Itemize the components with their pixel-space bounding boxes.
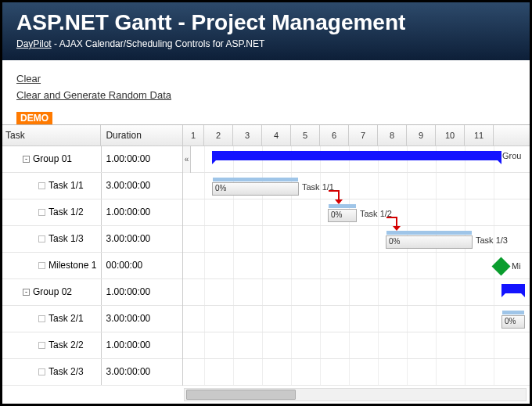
task-name-cell[interactable]: Milestone 1	[2, 253, 101, 278]
task-name-cell[interactable]: -Group 01	[2, 146, 101, 172]
scroll-left-chevron[interactable]: «	[183, 146, 191, 173]
task-name-label: Task 1/3	[49, 233, 84, 244]
task-name-label: Group 02	[33, 286, 72, 297]
task-row[interactable]: -Group 021.00:00:00	[2, 279, 182, 306]
task-name-cell[interactable]: Task 1/1	[2, 173, 101, 199]
bar-label: Grou	[502, 151, 521, 160]
day-header-8[interactable]: 8	[378, 125, 407, 146]
task-name-cell[interactable]: -Group 02	[2, 279, 101, 305]
task-row[interactable]: Task 1/21.00:00:00	[2, 199, 182, 226]
row-divider	[183, 305, 530, 306]
task-name-cell[interactable]: Task 1/3	[2, 226, 101, 252]
progress-cap	[213, 178, 298, 181]
row-divider	[183, 199, 530, 199]
clear-link[interactable]: Clear	[16, 71, 516, 88]
leaf-icon	[38, 182, 45, 189]
task-row[interactable]: Task 2/13.00:00:00	[2, 306, 182, 332]
progress-cap	[329, 204, 356, 208]
grid-line	[349, 146, 350, 386]
timeline-pane[interactable]: « Grou0%Task 1/10%Task 1/20%Task 1/3Mi0%	[183, 146, 530, 386]
action-links: Clear Clear and Generate Random Data	[2, 60, 530, 112]
collapse-icon[interactable]: -	[23, 289, 30, 296]
row-divider	[183, 358, 530, 359]
task-name-label: Task 2/2	[49, 340, 84, 350]
task-name-label: Task 1/1	[49, 180, 84, 191]
progress-cap	[502, 311, 524, 314]
grid-line	[465, 146, 466, 386]
gantt-chart: Task Duration 1234567891011 -Group 011.0…	[2, 124, 530, 386]
leaf-icon	[38, 262, 45, 269]
scrollbar-thumb[interactable]	[186, 390, 296, 400]
summary-bar[interactable]	[212, 151, 501, 160]
percent-label: 0%	[386, 236, 472, 246]
page-header: ASP.NET Gantt - Project Management DayPi…	[2, 2, 530, 60]
day-header-9[interactable]: 9	[407, 125, 436, 146]
row-divider	[183, 278, 530, 279]
daypilot-link[interactable]: DayPilot	[16, 38, 52, 49]
subtitle-text: - AJAX Calendar/Scheduling Controls for …	[52, 38, 265, 49]
task-row[interactable]: Task 1/33.00:00:00	[2, 226, 182, 253]
task-row[interactable]: Task 2/21.00:00:00	[2, 332, 182, 359]
horizontal-scrollbar[interactable]	[184, 388, 527, 401]
grid-line	[378, 146, 379, 386]
task-row[interactable]: Task 1/13.00:00:00	[2, 173, 182, 199]
gantt-body: -Group 011.00:00:00Task 1/13.00:00:00Tas…	[2, 146, 530, 386]
day-header-10[interactable]: 10	[436, 125, 465, 146]
task-name-label: Milestone 1	[49, 260, 96, 271]
percent-label: 0%	[329, 210, 356, 220]
col-header-duration[interactable]: Duration	[100, 125, 182, 146]
task-row[interactable]: Milestone 100:00:00	[2, 253, 182, 279]
dependency-link	[329, 190, 340, 204]
task-duration-cell: 1.00:00:00	[101, 199, 182, 225]
day-header-2[interactable]: 2	[204, 125, 233, 146]
dependency-link	[386, 217, 397, 231]
timeline-header: 1234567891011	[183, 125, 494, 146]
milestone-diamond[interactable]	[491, 257, 510, 275]
progress-cap	[386, 231, 472, 235]
col-header-task[interactable]: Task	[2, 125, 100, 146]
grid-line	[204, 146, 205, 386]
task-name-cell[interactable]: Task 2/2	[2, 332, 101, 358]
task-row[interactable]: Task 2/33.00:00:00	[2, 359, 182, 386]
task-duration-cell: 1.00:00:00	[101, 332, 182, 358]
task-name-cell[interactable]: Task 2/1	[2, 306, 101, 332]
row-divider	[183, 385, 530, 386]
task-bar[interactable]: 0%	[328, 209, 357, 222]
collapse-icon[interactable]: -	[23, 156, 30, 163]
task-duration-cell: 3.00:00:00	[101, 173, 182, 199]
task-bar[interactable]: 0%	[386, 235, 473, 249]
day-header-6[interactable]: 6	[320, 125, 349, 146]
bar-label: Task 1/3	[476, 235, 508, 245]
task-name-cell[interactable]: Task 1/2	[2, 199, 101, 225]
row-divider	[183, 225, 530, 226]
row-divider	[183, 252, 530, 253]
day-header-7[interactable]: 7	[349, 125, 378, 146]
task-bar[interactable]: 0%	[501, 315, 525, 329]
day-header-11[interactable]: 11	[465, 125, 494, 146]
task-duration-cell: 00:00:00	[101, 253, 182, 278]
leaf-icon	[38, 235, 45, 243]
day-header-3[interactable]: 3	[233, 125, 262, 146]
grid-line	[407, 146, 408, 386]
row-divider	[183, 332, 530, 332]
generate-link[interactable]: Clear and Generate Random Data	[16, 88, 516, 104]
day-header-5[interactable]: 5	[291, 125, 320, 146]
grid-line	[436, 146, 437, 386]
task-bar[interactable]: 0%	[212, 182, 299, 196]
task-duration-cell: 3.00:00:00	[101, 306, 182, 332]
leaf-icon	[38, 209, 45, 216]
summary-bar[interactable]	[501, 284, 525, 293]
page-subtitle: DayPilot - AJAX Calendar/Scheduling Cont…	[16, 38, 516, 49]
leaf-icon	[38, 342, 45, 349]
task-name-cell[interactable]: Task 2/3	[2, 359, 101, 385]
task-name-label: Task 2/1	[49, 313, 84, 324]
task-duration-cell: 1.00:00:00	[101, 279, 183, 305]
app-frame: ASP.NET Gantt - Project Management DayPi…	[0, 0, 532, 406]
task-row[interactable]: -Group 011.00:00:00	[2, 146, 182, 173]
leaf-icon	[38, 315, 45, 322]
day-header-1[interactable]: 1	[183, 125, 204, 146]
task-tree: -Group 011.00:00:00Task 1/13.00:00:00Tas…	[2, 146, 183, 386]
day-header-4[interactable]: 4	[262, 125, 291, 146]
task-name-label: Task 1/2	[49, 207, 84, 217]
task-duration-cell: 3.00:00:00	[101, 359, 182, 385]
